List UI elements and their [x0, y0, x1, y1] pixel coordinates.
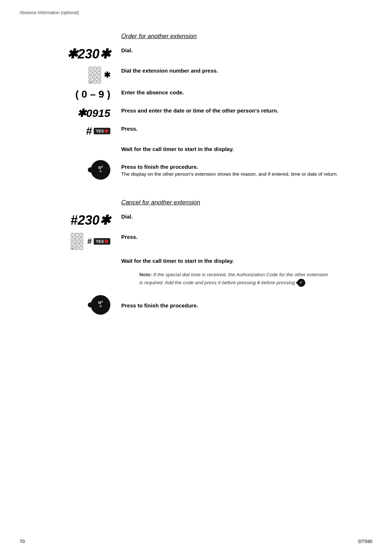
inline-no-text: NO	[300, 281, 302, 285]
step-no-order: NO ⓪ Press to finish the procedure. The …	[20, 159, 372, 181]
press-finish-sub-order: The display on the other person's extens…	[121, 171, 338, 177]
keypad-cell: 6	[79, 237, 83, 241]
step-text-press-hash-yes: Press.	[121, 126, 138, 132]
keypad-grid-cancel: 1 2 3 4 5 6 7 8 9 ✱ 0 #	[71, 233, 83, 250]
step-star0915: ✱0915 Press and enter the date or time o…	[20, 107, 372, 120]
step-desc-wait-cancel: Wait for the call timer to start in the …	[121, 257, 372, 264]
dial-code-star230star: ✱230✱	[67, 46, 110, 62]
keypad-cell: 2	[93, 67, 97, 70]
page-number: 70	[20, 539, 25, 544]
keypad-grid: 1 2 3 4 5 6 7 8 9 ✱ 0 #	[89, 67, 101, 83]
step-text-press-cancel: Press.	[121, 234, 138, 240]
press-finish-bold-order: Press to finish the procedure.	[121, 164, 338, 170]
step-wait-timer-cancel: Wait for the call timer to start in the …	[20, 255, 372, 266]
step-text-date-time: Press and enter the date or time of the …	[121, 107, 278, 114]
step-desc-dial: Dial.	[121, 46, 372, 53]
step-desc-dial-cancel: Dial.	[121, 213, 372, 220]
note-label: Note:	[139, 272, 152, 277]
keypad-hash-yes-icon: 1 2 3 4 5 6 7 8 9 ✱ 0 # # YES	[20, 233, 121, 250]
no-button-order-icon: NO ⓪	[20, 160, 121, 180]
inline-no-ear	[296, 282, 298, 284]
keypad-cell: ✱	[71, 246, 74, 250]
page-header: Absence Information (optional)	[20, 10, 79, 15]
step-desc-press-cancel: Press.	[121, 233, 372, 240]
keypad-cell: 4	[89, 71, 92, 75]
step-text-wait-cancel: Wait for the call timer to start in the …	[121, 258, 234, 264]
step-dial-hash230star: #230✱ Dial.	[20, 213, 372, 228]
keypad-star-icon: 1 2 3 4 5 6 7 8 9 ✱ 0 # ✱	[20, 67, 121, 83]
note-block: Note: If the special dial tone is receiv…	[139, 271, 328, 287]
cancel-section-title: Cancel for another extension	[121, 199, 372, 206]
order-section: Order for another extension ✱230✱ Dial. …	[20, 33, 372, 181]
step-no-cancel: NO ⓪ Press to finish the procedure.	[20, 294, 372, 316]
order-section-title: Order for another extension	[121, 33, 372, 40]
step-keypad-hash-yes: 1 2 3 4 5 6 7 8 9 ✱ 0 # # YES	[20, 233, 372, 250]
no-button-order: NO ⓪	[91, 160, 110, 180]
keypad-cell: 7	[89, 76, 92, 79]
yes-badge: YES	[94, 128, 110, 134]
keypad-cell: 6	[97, 71, 101, 75]
cancel-section: Cancel for another extension #230✱ Dial.…	[20, 199, 372, 316]
step-desc-absence-code: Enter the absence code.	[121, 89, 372, 95]
star-symbol: ✱	[104, 70, 110, 80]
press-finish-block-order: Press to finish the procedure. The displ…	[121, 164, 338, 177]
hash230star-icon: #230✱	[20, 213, 121, 228]
no-button-cancel-icon: NO ⓪	[20, 295, 121, 315]
step-text-dial: Dial.	[121, 47, 133, 53]
step-text-dial-cancel: Dial.	[121, 213, 133, 220]
keypad-cell: 8	[75, 242, 79, 245]
paren-code-text: ( 0 – 9 )	[75, 89, 110, 100]
keypad-cell: 7	[71, 242, 74, 245]
hash-in-note: # before pressing	[257, 280, 296, 285]
no-btn-inline: NO	[297, 279, 305, 287]
no-btn-wrapper: NO ⓪	[91, 160, 110, 180]
star230star-icon: ✱230✱	[20, 46, 121, 62]
no-btn-ear-cancel	[88, 302, 93, 307]
yes-badge-cancel: YES	[94, 238, 110, 245]
step-text-keypad-star: Dial the extension number and press.	[121, 68, 218, 74]
step-hash-yes: # YES Press.	[20, 125, 372, 138]
step-desc-date-time: Press and enter the date or time of the …	[121, 107, 372, 114]
product-name: DT590	[358, 539, 372, 544]
keypad-cell: 8	[93, 76, 97, 79]
hash-symbol-cancel: #	[87, 237, 92, 246]
step-desc-no-order: Press to finish the procedure. The displ…	[121, 163, 372, 177]
step-dial-star230star: ✱230✱ Dial.	[20, 46, 372, 62]
keypad-cell: #	[97, 80, 101, 83]
keypad-cell: ✱	[89, 80, 92, 83]
keypad-cell: 4	[71, 237, 74, 241]
keypad-cell: 3	[97, 67, 101, 70]
step-wait-timer: Wait for the call timer to start in the …	[20, 143, 372, 154]
no-btn-ear	[88, 167, 93, 172]
step-desc-press-hash-yes: Press.	[121, 125, 372, 132]
note-text: If the special dial tone is received, th…	[139, 272, 328, 285]
step-desc-keypad-star: Dial the extension number and press.	[121, 67, 372, 74]
main-content: Order for another extension ✱230✱ Dial. …	[20, 33, 372, 321]
keypad-cell: 2	[75, 233, 79, 237]
keypad-cell: 5	[93, 71, 97, 75]
step-paren-code: ( 0 – 9 ) Enter the absence code.	[20, 89, 372, 102]
keypad-cell: 9	[79, 242, 83, 245]
star0915-text: ✱0915	[77, 107, 110, 119]
no-btn-label: NO ⓪	[98, 166, 103, 174]
press-finish-bold-cancel: Press to finish the procedure.	[121, 302, 198, 309]
keypad-cell: 5	[75, 237, 79, 241]
paren-code-icon: ( 0 – 9 )	[20, 89, 121, 100]
keypad-cell: 1	[89, 67, 92, 70]
step-desc-no-cancel: Press to finish the procedure.	[121, 302, 372, 309]
star0915-icon: ✱0915	[20, 107, 121, 119]
no-button-cancel: NO ⓪	[91, 295, 110, 315]
hash-symbol: #	[86, 125, 92, 137]
keypad-cell: #	[79, 246, 83, 250]
keypad-cell: 1	[71, 233, 74, 237]
hash-yes-group: # YES	[86, 125, 110, 137]
keypad-cell: 3	[79, 233, 83, 237]
step-text-wait-timer: Wait for the call timer to start in the …	[121, 146, 234, 152]
hash-yes-icon: # YES	[20, 125, 121, 137]
keypad-cell: 9	[97, 76, 101, 79]
step-desc-wait-timer: Wait for the call timer to start in the …	[121, 145, 372, 152]
keypad-cell: 0	[75, 246, 79, 250]
step-text-absence-code: Enter the absence code.	[121, 89, 184, 95]
step-keypad-star: 1 2 3 4 5 6 7 8 9 ✱ 0 # ✱ Dial the exten…	[20, 67, 372, 83]
no-btn-label-cancel: NO ⓪	[98, 301, 103, 309]
